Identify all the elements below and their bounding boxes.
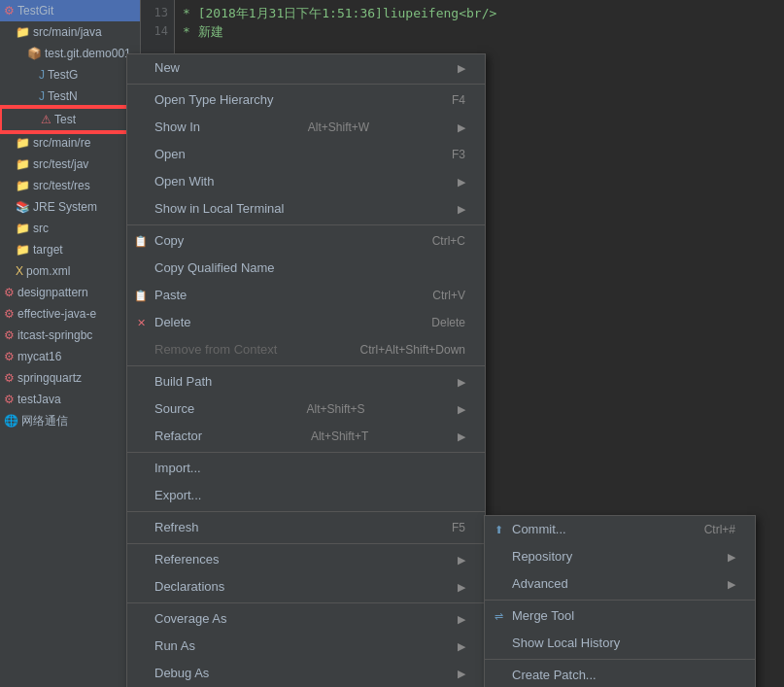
git-submenu[interactable]: ⬆ Commit... Ctrl+# Repository ▶ Advanced…: [484, 515, 756, 687]
tree-item-src[interactable]: 📁src: [0, 218, 140, 239]
tree-item-itcast[interactable]: ⚙itcast-springbc: [0, 325, 140, 346]
arrow-icon: ▶: [458, 636, 465, 656]
menu-item-refactor[interactable]: Refactor Alt+Shift+T ▶: [127, 423, 485, 450]
tree-item-mycat16[interactable]: ⚙mycat16: [0, 346, 140, 367]
git-separator-1: [485, 600, 755, 601]
menu-item-export[interactable]: Export...: [127, 482, 485, 509]
menu-item-run-as[interactable]: Run As ▶: [127, 633, 485, 660]
menu-item-paste[interactable]: 📋 Paste Ctrl+V: [127, 282, 485, 309]
arrow-icon: ▶: [458, 609, 465, 629]
tree-item-designpattern[interactable]: ⚙designpattern: [0, 282, 140, 303]
menu-item-show-terminal[interactable]: Show in Local Terminal ▶: [127, 195, 485, 223]
paste-icon: 📋: [133, 288, 149, 303]
tree-item-testgit[interactable]: ⚙TestGit: [0, 0, 140, 21]
git-menu-advanced[interactable]: Advanced ▶: [485, 570, 755, 598]
menu-item-coverage-as[interactable]: Coverage As ▶: [127, 605, 485, 633]
git-menu-repository[interactable]: Repository ▶: [485, 543, 755, 570]
separator-1: [127, 84, 485, 85]
menu-item-open-with[interactable]: Open With ▶: [127, 168, 485, 195]
git-menu-merge-tool[interactable]: ⇌ Merge Tool: [485, 602, 755, 630]
tree-item-test-highlighted[interactable]: ⚠Test: [0, 107, 140, 132]
tree-item-testg[interactable]: JTestG: [0, 64, 140, 86]
menu-item-remove-context: Remove from Context Ctrl+Alt+Shift+Down: [127, 336, 485, 363]
tree-item-src-test-jav[interactable]: 📁src/test/jav: [0, 154, 140, 175]
context-menu[interactable]: New ▶ Open Type Hierarchy F4 Show In Alt…: [126, 53, 486, 687]
arrow-icon: ▶: [458, 577, 465, 597]
arrow-icon: ▶: [458, 58, 465, 78]
tree-item-testn[interactable]: JTestN: [0, 86, 140, 107]
menu-item-copy[interactable]: 📋 Copy Ctrl+C: [127, 227, 485, 255]
tree-item-package[interactable]: 📦test.git.demo001: [0, 43, 140, 64]
tree-item-src-test-res[interactable]: 📁src/test/res: [0, 175, 140, 196]
arrow-icon: ▶: [458, 172, 465, 191]
tree-item-src-main[interactable]: 📁src/main/java: [0, 21, 140, 43]
menu-item-source[interactable]: Source Alt+Shift+S ▶: [127, 395, 485, 423]
separator-5: [127, 511, 485, 512]
menu-item-refresh[interactable]: Refresh F5: [127, 514, 485, 541]
menu-item-build-path[interactable]: Build Path ▶: [127, 368, 485, 395]
arrow-icon: ▶: [458, 427, 465, 446]
menu-item-copy-qualified[interactable]: Copy Qualified Name: [127, 255, 485, 282]
arrow-icon: ▶: [458, 664, 465, 683]
arrow-icon: ▶: [458, 399, 465, 419]
merge-icon: ⇌: [491, 608, 506, 624]
arrow-icon: ▶: [728, 574, 735, 594]
menu-item-show-in[interactable]: Show In Alt+Shift+W ▶: [127, 114, 485, 141]
commit-icon: ⬆: [491, 522, 506, 537]
tree-item-pom[interactable]: Xpom.xml: [0, 260, 140, 282]
menu-item-open-type-hierarchy[interactable]: Open Type Hierarchy F4: [127, 86, 485, 114]
tree-item-network[interactable]: 🌐网络通信: [0, 410, 140, 431]
code-line-13: * [2018年1月31日下午1:51:36]liupeifeng<br/>: [183, 4, 776, 22]
arrow-icon: ▶: [458, 118, 465, 137]
project-tree[interactable]: ⚙TestGit 📁src/main/java 📦test.git.demo00…: [0, 0, 141, 687]
menu-item-references[interactable]: References ▶: [127, 546, 485, 573]
separator-4: [127, 452, 485, 453]
separator-7: [127, 602, 485, 603]
git-separator-2: [485, 659, 755, 660]
menu-item-open[interactable]: Open F3: [127, 141, 485, 168]
arrow-icon: ▶: [458, 372, 465, 392]
tree-item-springquartz[interactable]: ⚙springquartz: [0, 367, 140, 389]
tree-item-effective-java[interactable]: ⚙effective-java-e: [0, 303, 140, 325]
menu-item-debug-as[interactable]: Debug As ▶: [127, 660, 485, 687]
separator-6: [127, 543, 485, 544]
git-menu-show-local-history[interactable]: Show Local History: [485, 630, 755, 657]
tree-item-testjava[interactable]: ⚙testJava: [0, 389, 140, 410]
arrow-icon: ▶: [458, 550, 465, 569]
separator-3: [127, 365, 485, 366]
delete-icon: ✕: [133, 315, 149, 330]
tree-item-target[interactable]: 📁target: [0, 239, 140, 260]
menu-item-import[interactable]: Import...: [127, 455, 485, 482]
menu-item-declarations[interactable]: Declarations ▶: [127, 573, 485, 601]
tree-item-jre[interactable]: 📚JRE System: [0, 196, 140, 218]
separator-2: [127, 224, 485, 225]
menu-item-new[interactable]: New ▶: [127, 54, 485, 82]
menu-item-delete[interactable]: ✕ Delete Delete: [127, 309, 485, 336]
arrow-icon: ▶: [458, 199, 465, 219]
arrow-icon: ▶: [728, 547, 735, 567]
git-menu-commit[interactable]: ⬆ Commit... Ctrl+#: [485, 516, 755, 543]
code-line-14: * 新建: [183, 22, 776, 41]
copy-icon: 📋: [133, 233, 149, 249]
tree-item-src-main-re[interactable]: 📁src/main/re: [0, 132, 140, 154]
git-menu-create-patch[interactable]: Create Patch...: [485, 662, 755, 687]
